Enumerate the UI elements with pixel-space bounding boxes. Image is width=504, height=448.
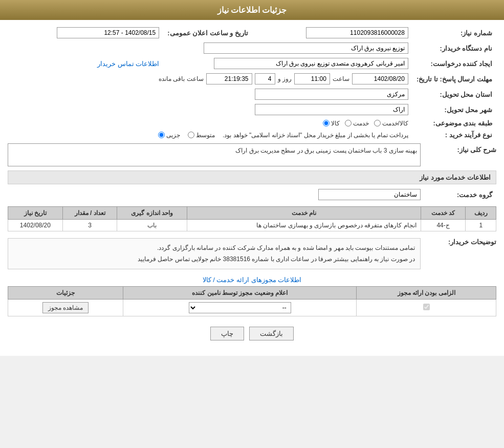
province-cell bbox=[8, 87, 412, 102]
city-input bbox=[255, 104, 408, 115]
page-header: جزئیات اطلاعات نیاز bbox=[0, 0, 504, 20]
main-content: شماره نیاز: تاریخ و ساعت اعلان عمومی: نا… bbox=[0, 20, 504, 356]
need-description-row: شرح کلی نیاز: بهینه سازی 3 باب ساختمان پ… bbox=[8, 143, 496, 166]
service-row-count: 3 bbox=[62, 220, 117, 231]
service-group-cell bbox=[8, 187, 425, 202]
service-row-name: انجام کارهای متفرقه درخصوص بازسازی و بهس… bbox=[187, 220, 421, 231]
radio-motavasset: متوسط bbox=[188, 132, 215, 139]
radio-motavasset-input[interactable] bbox=[188, 132, 194, 138]
buyer-org-label: نام دستگاه خریدار: bbox=[412, 40, 496, 56]
permit-details-cell: مشاهده مجوز bbox=[8, 300, 123, 316]
permit-required-cell bbox=[357, 300, 496, 316]
th-name: نام خدمت bbox=[187, 207, 421, 220]
permit-status-cell: -- bbox=[123, 300, 357, 316]
city-cell bbox=[8, 102, 412, 117]
deadline-days-input bbox=[255, 73, 275, 84]
announcement-date-input bbox=[57, 27, 159, 38]
view-permit-button[interactable]: مشاهده مجوز bbox=[42, 302, 89, 313]
buyer-org-input bbox=[204, 42, 408, 54]
service-group-input bbox=[318, 189, 421, 200]
page-title: جزئیات اطلاعات نیاز bbox=[217, 6, 287, 14]
service-row-date: 1402/08/20 bbox=[8, 220, 63, 231]
buyer-notes-value: تمامی مستندات بیوست باید مهر و امضا شده … bbox=[8, 238, 421, 269]
need-description-value: بهینه سازی 3 باب ساختمان پست زمینی برق د… bbox=[8, 143, 421, 166]
permit-section-title: اطلاعات مجوزهای ارائه خدمت / کالا bbox=[8, 276, 496, 284]
buyer-notes-container: تمامی مستندات بیوست باید مهر و امضا شده … bbox=[8, 236, 421, 272]
contact-link-cell: اطلاعات تماس خریدار bbox=[8, 56, 163, 71]
radio-jozvi-input[interactable] bbox=[158, 132, 165, 138]
services-section-title: اطلاعات خدمات مورد نیاز bbox=[8, 170, 496, 184]
radio-motavasset-label: متوسط bbox=[196, 132, 215, 139]
contact-info-link[interactable]: اطلاعات تماس خریدار bbox=[97, 60, 159, 68]
purchase-type-label: نوع فرآیند خرید : bbox=[412, 129, 496, 141]
province-label: استان محل تحویل: bbox=[412, 87, 496, 102]
announcement-date-cell bbox=[8, 25, 163, 40]
need-number-input bbox=[306, 27, 408, 38]
radio-kala-khedmat: کالا/خدمت bbox=[374, 120, 408, 127]
need-description-container: بهینه سازی 3 باب ساختمان پست زمینی برق د… bbox=[8, 143, 421, 166]
announcement-date-label: تاریخ و ساعت اعلان عمومی: bbox=[163, 25, 252, 40]
permit-status-select[interactable]: -- bbox=[189, 302, 291, 313]
category-label: طبقه بندی موضوعی: bbox=[412, 117, 496, 129]
need-number-cell bbox=[252, 25, 412, 40]
radio-khedmat: خدمت bbox=[345, 120, 369, 127]
footer-buttons: بازگشت چاپ bbox=[8, 319, 496, 351]
th-code: کد خدمت bbox=[421, 207, 466, 220]
print-button[interactable]: چاپ bbox=[210, 327, 244, 340]
th-unit: واحد اندازه گیری bbox=[117, 207, 187, 220]
service-row-code: ج-44 bbox=[421, 220, 466, 231]
service-group-label: گروه خدمت: bbox=[425, 187, 496, 202]
buyer-notes-label: توضیحات خریدار: bbox=[425, 236, 496, 248]
th-permit-status: اعلام وضعیت مجوز توسط نامین کننده bbox=[123, 287, 357, 300]
th-permit-details: جزئیات bbox=[8, 287, 123, 300]
deadline-time-label: ساعت bbox=[333, 75, 349, 82]
requester-input bbox=[214, 58, 408, 69]
permit-required-checkbox bbox=[423, 304, 430, 310]
th-permit-required: الزامی بودن ارائه مجوز bbox=[357, 287, 496, 300]
radio-khedmat-label: خدمت bbox=[353, 120, 369, 127]
service-row-unit: باب bbox=[117, 220, 187, 231]
deadline-remaining-input bbox=[206, 73, 252, 84]
deadline-time-input bbox=[294, 73, 330, 84]
radio-kala-khedmat-label: کالا/خدمت bbox=[382, 120, 408, 127]
purchase-type-cell: پرداخت تمام یا بخشی از مبلغ خریدار محل "… bbox=[8, 129, 412, 141]
radio-kala-label: کالا bbox=[331, 120, 340, 127]
deadline-cell: ساعت روز و ساعت باقی مانده bbox=[8, 71, 412, 87]
service-row: 1 ج-44 انجام کارهای متفرقه درخصوص بازساز… bbox=[8, 220, 496, 231]
back-button[interactable]: بازگشت bbox=[249, 327, 294, 340]
services-table: ردیف کد خدمت نام خدمت واحد اندازه گیری ت… bbox=[8, 206, 496, 231]
th-date: تاریخ نیاز bbox=[8, 207, 63, 220]
th-count: تعداد / مقدار bbox=[62, 207, 117, 220]
radio-kala-input[interactable] bbox=[323, 120, 330, 126]
radio-khedmat-input[interactable] bbox=[345, 120, 352, 126]
requester-cell bbox=[163, 56, 412, 71]
permit-table: الزامی بودن ارائه مجوز اعلام وضعیت مجوز … bbox=[8, 286, 496, 316]
radio-kala: کالا bbox=[323, 120, 340, 127]
category-cell: کالا/خدمت خدمت کالا bbox=[8, 117, 412, 129]
basic-info-table: شماره نیاز: تاریخ و ساعت اعلان عمومی: نا… bbox=[8, 25, 496, 141]
requester-label: ایجاد کننده درخواست: bbox=[412, 56, 496, 71]
permit-row: -- مشاهده مجوز bbox=[8, 300, 496, 316]
need-number-label: شماره نیاز: bbox=[412, 25, 496, 40]
radio-kala-khedmat-input[interactable] bbox=[374, 120, 381, 126]
service-row-num: 1 bbox=[466, 220, 496, 231]
buyer-org-cell bbox=[8, 40, 412, 56]
province-input bbox=[255, 89, 408, 100]
service-group-table: گروه خدمت: bbox=[8, 187, 496, 202]
buyer-notes-row: توضیحات خریدار: تمامی مستندات بیوست باید… bbox=[8, 236, 496, 272]
deadline-label: مهلت ارسال پاسخ: تا تاریخ: bbox=[412, 71, 496, 87]
need-description-label: شرح کلی نیاز: bbox=[425, 143, 496, 156]
th-row: ردیف bbox=[466, 207, 496, 220]
radio-jozvi-label: جزیی bbox=[166, 132, 180, 139]
radio-jozvi: جزیی bbox=[158, 132, 180, 139]
purchase-note: پرداخت تمام یا بخشی از مبلغ خریدار محل "… bbox=[223, 132, 408, 139]
city-label: شهر محل تحویل: bbox=[412, 102, 496, 117]
deadline-remaining-label: ساعت باقی مانده bbox=[159, 75, 204, 82]
page-wrapper: جزئیات اطلاعات نیاز شماره نیاز: تاریخ و … bbox=[0, 0, 504, 356]
deadline-date-input bbox=[352, 73, 408, 84]
deadline-days-label: روز و bbox=[278, 75, 292, 82]
